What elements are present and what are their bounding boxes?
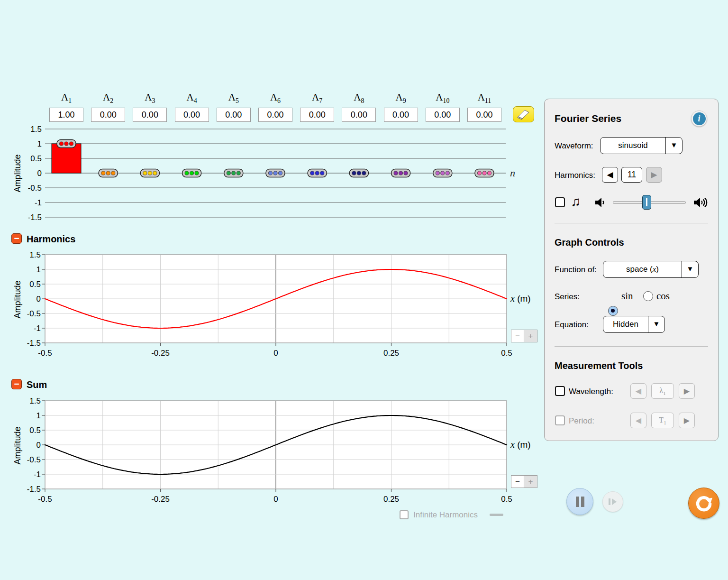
y-tick-label: -1	[34, 470, 41, 479]
sound-checkbox[interactable]	[555, 197, 565, 207]
x-axis-label: x (m)	[510, 439, 531, 450]
y-tick-label: 1	[36, 265, 41, 274]
period-symbol-display: T1	[651, 413, 674, 428]
graph-controls-title: Graph Controls	[555, 237, 624, 248]
harmonics-decrement-button[interactable]: ◀	[602, 167, 618, 183]
x-tick-label: 0.5	[501, 349, 512, 358]
reset-all-button[interactable]	[688, 488, 719, 519]
fourier-series-title: Fourier Series	[555, 113, 621, 124]
amplitude-slider-handle[interactable]	[99, 169, 118, 177]
wavelength-checkbox[interactable]	[555, 386, 565, 396]
eraser-icon	[513, 107, 533, 121]
x-axis-label: x (m)	[510, 293, 531, 304]
harmonics-increment-button[interactable]: ▶	[646, 167, 662, 183]
series-label: Series:	[555, 292, 580, 302]
amplitude-slider-handle[interactable]	[224, 169, 243, 177]
x-tick-label: 0	[273, 349, 278, 358]
x-tick-label: 0.5	[501, 495, 512, 504]
sum-zoom-buttons: − +	[511, 475, 537, 488]
y-tick-label: 0	[36, 441, 41, 450]
x-tick-label: 0.25	[383, 349, 399, 358]
y-tick-label: 0.5	[30, 154, 42, 163]
infinite-harmonics-checkbox[interactable]	[400, 510, 409, 519]
x-tick-label: -0.5	[38, 495, 52, 504]
amplitude-slider-handle[interactable]	[182, 169, 201, 177]
function-of-combobox[interactable]: space (x) ▼	[603, 261, 699, 278]
series-cos-radio[interactable]	[643, 291, 653, 301]
y-tick-label: -1.5	[27, 339, 41, 348]
x-tick-label: 0	[273, 495, 278, 504]
y-tick-label: -1	[35, 198, 42, 207]
period-label: Period:	[569, 416, 594, 426]
infinite-harmonics-line-swatch	[490, 514, 503, 516]
series-cos-label: cos	[656, 290, 670, 302]
amplitude-bar[interactable]	[52, 144, 81, 173]
fourier-making-waves-simulation: Amplitude A11.00A20.00A30.00A40.00A50.00…	[0, 0, 728, 580]
waveform-label: Waveform:	[555, 141, 593, 151]
amplitude-slider-handle[interactable]	[391, 169, 410, 177]
info-icon: i	[693, 112, 706, 125]
wavelength-increment-button[interactable]: ▶	[679, 383, 695, 399]
eraser-button[interactable]	[513, 106, 534, 122]
function-of-label: Function of:	[555, 265, 597, 275]
amplitude-slider-handle[interactable]	[266, 169, 285, 177]
function-of-value: space (x)	[603, 265, 682, 274]
harmonics-zoom-buttons: − +	[511, 330, 537, 342]
step-forward-button[interactable]	[602, 491, 623, 512]
wavelength-decrement-button[interactable]: ◀	[630, 383, 646, 399]
chevron-down-icon: ▼	[682, 261, 698, 277]
equation-value: Hidden	[603, 320, 648, 329]
reset-icon	[694, 494, 713, 513]
amplitude-slider-handle[interactable]	[308, 169, 327, 177]
harmonics-section-title: Harmonics	[27, 234, 75, 245]
pause-icon	[574, 496, 586, 507]
harmonics-chart: 1.510.50-0.5-1-1.5-0.5-0.2500.250.5x (m)	[0, 249, 543, 363]
panel-divider	[555, 223, 708, 223]
wavelength-symbol-display: λ1	[651, 383, 674, 399]
period-checkbox[interactable]	[555, 415, 565, 425]
step-forward-icon	[608, 497, 618, 506]
y-tick-label: 1	[36, 411, 41, 420]
zoom-in-button[interactable]: +	[524, 330, 537, 342]
x-tick-label: -0.25	[151, 495, 170, 504]
amplitude-slider-handle[interactable]	[140, 169, 159, 177]
y-tick-label: -0.5	[28, 184, 42, 193]
waveform-combobox[interactable]: sinusoid ▼	[600, 137, 682, 154]
sum-chart: 1.510.50-0.5-1-1.5-0.5-0.2500.250.5x (m)	[0, 395, 543, 509]
y-tick-label: 0	[36, 295, 41, 304]
amplitude-slider-handle[interactable]	[433, 169, 452, 177]
amplitude-slider-handle[interactable]	[349, 169, 368, 177]
harmonics-collapse-button[interactable]: −	[11, 233, 22, 244]
zoom-out-button[interactable]: −	[511, 475, 524, 488]
amplitude-slider-handle[interactable]	[475, 169, 494, 177]
y-tick-label: -0.5	[27, 455, 41, 464]
n-axis-label: n	[510, 167, 515, 179]
equation-combobox[interactable]: Hidden ▼	[603, 316, 665, 333]
y-tick-label: 0	[37, 169, 42, 178]
y-tick-label: 1.5	[30, 125, 42, 134]
equation-label: Equation:	[555, 320, 589, 330]
harmonics-spinner-label: Harmonics:	[555, 171, 595, 180]
speaker-high-icon	[693, 195, 709, 210]
amplitude-slider-handle[interactable]	[57, 140, 76, 148]
info-button[interactable]: i	[691, 110, 707, 127]
amplitudes-chart: 1.510.50-0.5-1-1.5n	[0, 90, 540, 225]
pause-button[interactable]	[566, 488, 593, 515]
chevron-down-icon: ▼	[665, 138, 682, 154]
period-decrement-button[interactable]: ◀	[630, 413, 646, 428]
series-sin-radio[interactable]	[608, 306, 618, 316]
x-tick-label: 0.25	[383, 495, 399, 504]
y-tick-label: -1.5	[27, 485, 41, 494]
y-tick-label: -0.5	[27, 309, 41, 318]
zoom-out-button[interactable]: −	[511, 330, 524, 342]
y-tick-label: -1.5	[28, 213, 42, 222]
sum-section-title: Sum	[27, 379, 47, 390]
period-increment-button[interactable]: ▶	[679, 413, 695, 428]
zoom-in-button[interactable]: +	[524, 475, 537, 488]
sum-collapse-button[interactable]: −	[11, 379, 22, 389]
x-tick-label: -0.25	[151, 349, 170, 358]
y-tick-label: 0.5	[29, 280, 41, 289]
waveform-value: sinusoid	[601, 141, 665, 150]
volume-slider-thumb[interactable]	[642, 195, 651, 210]
y-tick-label: 0.5	[29, 426, 41, 435]
